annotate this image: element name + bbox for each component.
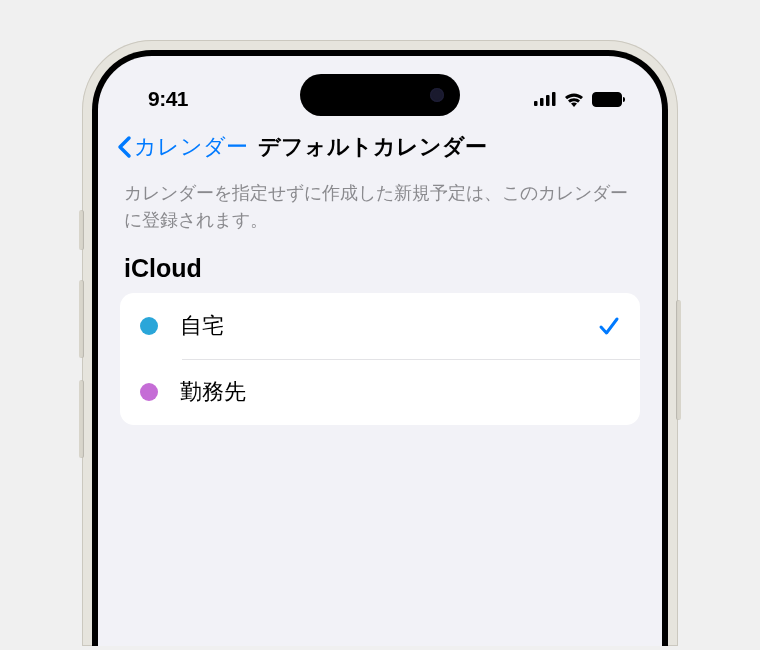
navigation-bar: カレンダー デフォルトカレンダー xyxy=(98,118,662,174)
phone-bezel: 9:41 xyxy=(92,50,668,646)
section-header: iCloud xyxy=(98,252,662,293)
page-title: デフォルトカレンダー xyxy=(258,132,487,162)
back-label: カレンダー xyxy=(134,132,248,162)
list-item-label: 自宅 xyxy=(180,311,576,341)
list-item[interactable]: 勤務先 xyxy=(120,359,640,425)
svg-rect-0 xyxy=(534,101,538,106)
cellular-signal-icon xyxy=(534,92,556,106)
calendar-color-dot xyxy=(140,317,158,335)
dynamic-island xyxy=(300,74,460,116)
calendar-list: 自宅 勤務先 xyxy=(120,293,640,425)
phone-frame: 9:41 xyxy=(82,40,678,646)
svg-rect-3 xyxy=(552,92,556,106)
svg-rect-1 xyxy=(540,98,544,106)
section-description: カレンダーを指定せずに作成した新規予定は、このカレンダーに登録されます。 xyxy=(98,174,662,252)
wifi-icon xyxy=(563,91,585,107)
front-camera xyxy=(430,88,444,102)
screen: 9:41 xyxy=(98,56,662,646)
list-item-label: 勤務先 xyxy=(180,377,620,407)
calendar-color-dot xyxy=(140,383,158,401)
checkmark-icon xyxy=(598,315,620,337)
status-icons xyxy=(534,91,622,107)
volume-up-button xyxy=(79,280,84,358)
power-button xyxy=(676,300,681,420)
battery-icon xyxy=(592,92,622,107)
chevron-left-icon xyxy=(116,135,132,159)
svg-rect-2 xyxy=(546,95,550,106)
back-button[interactable]: カレンダー xyxy=(116,132,248,162)
status-time: 9:41 xyxy=(148,87,188,111)
list-item[interactable]: 自宅 xyxy=(120,293,640,359)
volume-down-button xyxy=(79,380,84,458)
mute-switch xyxy=(79,210,84,250)
